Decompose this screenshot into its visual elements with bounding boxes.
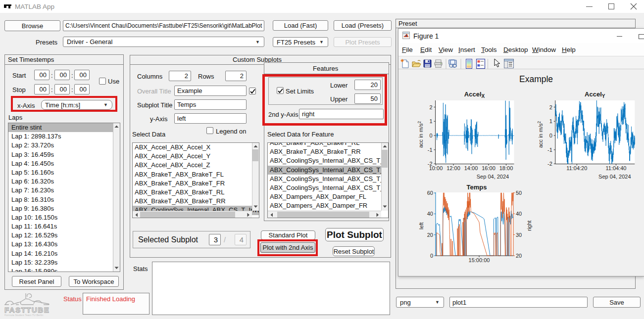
- svg-text:0: 0: [549, 133, 552, 138]
- svg-text:-2: -2: [428, 161, 433, 167]
- svg-text:FASTTUBE: FASTTUBE: [4, 306, 50, 314]
- svg-text:60: 60: [427, 190, 433, 196]
- svg-text:-2: -2: [547, 161, 552, 167]
- svg-text:Formula Student Team TU Berlin: Formula Student Team TU Berlin: [4, 314, 43, 317]
- svg-text:0: 0: [429, 133, 432, 138]
- svg-text:left: left: [418, 222, 424, 229]
- svg-text:11:04:20: 11:04:20: [566, 165, 587, 171]
- svg-text:Temps: Temps: [467, 183, 487, 191]
- svg-text:30: 30: [516, 232, 522, 238]
- svg-text:15:00:00: 15:00:00: [469, 257, 490, 263]
- svg-text:2: 2: [429, 104, 432, 110]
- svg-text:40: 40: [516, 211, 522, 217]
- svg-text:AccelX: AccelX: [464, 91, 485, 99]
- svg-text:-1: -1: [428, 147, 433, 153]
- svg-text:40: 40: [427, 211, 433, 217]
- svg-text:AccelY: AccelY: [585, 91, 605, 99]
- svg-text:12:00: 12:00: [446, 165, 460, 171]
- svg-text:right: right: [526, 221, 532, 231]
- svg-text:50: 50: [516, 190, 522, 196]
- svg-text:1: 1: [549, 118, 552, 124]
- svg-text:11:04:40: 11:04:40: [605, 165, 626, 171]
- svg-text:Sep 04, 2024: Sep 04, 2024: [598, 174, 631, 180]
- svg-text:Sep 04, 2024: Sep 04, 2024: [477, 174, 509, 180]
- svg-text:18:00: 18:00: [499, 165, 513, 171]
- svg-text:0: 0: [430, 253, 433, 259]
- svg-text:16:00: 16:00: [482, 165, 495, 171]
- svg-text:acc in m/s2: acc in m/s2: [537, 121, 544, 148]
- svg-text:20: 20: [516, 253, 522, 259]
- svg-text:14:00: 14:00: [464, 165, 478, 171]
- svg-text:acc in m/s2: acc in m/s2: [417, 121, 424, 148]
- svg-text:-1: -1: [547, 147, 552, 153]
- svg-text:1: 1: [429, 118, 432, 124]
- svg-text:20: 20: [427, 232, 433, 238]
- svg-text:2: 2: [549, 104, 552, 110]
